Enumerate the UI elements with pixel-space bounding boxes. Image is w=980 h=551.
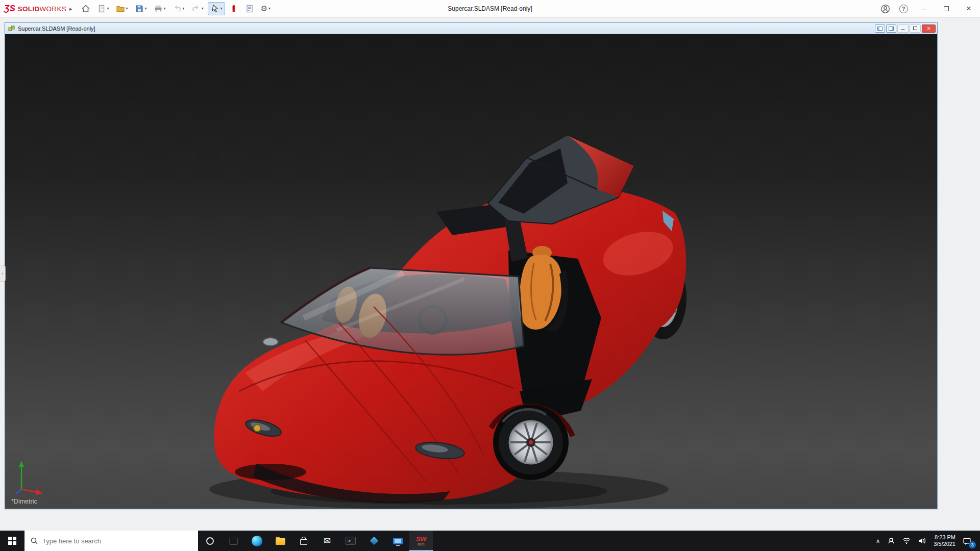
dropdown-caret[interactable]: ▾ bbox=[107, 7, 109, 11]
view-orientation-label: *Dimetric bbox=[11, 498, 37, 505]
cube-app-icon bbox=[370, 537, 379, 545]
monitor-app-button[interactable] bbox=[386, 531, 409, 551]
edge-icon bbox=[252, 536, 262, 546]
solidworks-taskbar-button[interactable]: SW 2021 bbox=[409, 531, 433, 551]
select-cursor-icon bbox=[210, 4, 219, 13]
solidworks-logo-mark: ƷS bbox=[4, 4, 15, 14]
home-button[interactable] bbox=[79, 2, 93, 15]
search-input[interactable] bbox=[42, 537, 192, 545]
pane-right-icon bbox=[889, 27, 894, 31]
pane-toggle-left-button[interactable] bbox=[875, 24, 885, 33]
select-tool-button[interactable]: ▾ bbox=[208, 2, 225, 15]
new-document-button[interactable]: ▾ bbox=[94, 2, 112, 15]
network-button[interactable] bbox=[899, 531, 914, 551]
pane-toggle-right-button[interactable] bbox=[886, 24, 896, 33]
dropdown-caret[interactable]: ▾ bbox=[145, 7, 147, 11]
cortana-icon bbox=[206, 537, 214, 545]
close-button[interactable]: × bbox=[958, 0, 980, 17]
graphics-viewport[interactable]: *Dimetric bbox=[5, 34, 937, 509]
dropdown-caret[interactable]: ▾ bbox=[183, 7, 185, 11]
wifi-icon bbox=[902, 537, 911, 545]
chevron-up-icon: ∧ bbox=[876, 538, 880, 544]
edge-button[interactable] bbox=[245, 531, 268, 551]
terminal-button[interactable]: >_ bbox=[339, 531, 362, 551]
dropdown-caret[interactable]: ▾ bbox=[220, 7, 223, 11]
task-view-button[interactable] bbox=[222, 531, 245, 551]
undo-icon bbox=[173, 4, 182, 13]
minimize-button[interactable]: – bbox=[913, 0, 935, 17]
start-button[interactable] bbox=[0, 531, 24, 551]
hidden-icons-button[interactable]: ∧ bbox=[872, 531, 884, 551]
dropdown-caret[interactable]: ▾ bbox=[268, 7, 271, 11]
menu-expand-arrow[interactable]: ▸ bbox=[69, 6, 72, 12]
file-properties-icon bbox=[245, 4, 254, 13]
task-view-icon bbox=[230, 538, 237, 544]
panel-collapse-tab[interactable]: ‹ bbox=[0, 265, 6, 282]
maximize-icon bbox=[944, 6, 949, 11]
document-title: Supercar.SLDASM [Read-only] bbox=[18, 26, 95, 32]
store-button[interactable] bbox=[292, 531, 315, 551]
document-titlebar[interactable]: Supercar.SLDASM [Read-only] – × bbox=[5, 23, 937, 34]
solidworks-app-icon: SW 2021 bbox=[416, 536, 426, 546]
action-center-button[interactable]: 3 bbox=[960, 531, 977, 551]
clock-date: 3/5/2021 bbox=[934, 541, 955, 547]
orientation-triad bbox=[13, 458, 46, 495]
supercar-model[interactable] bbox=[5, 34, 937, 509]
people-tray-button[interactable] bbox=[884, 531, 899, 551]
home-icon bbox=[81, 4, 90, 13]
window-title: Supercar.SLDASM [Read-only] bbox=[448, 5, 532, 12]
help-button[interactable]: ? bbox=[894, 0, 913, 17]
people-icon bbox=[887, 537, 895, 545]
dropdown-caret[interactable]: ▾ bbox=[202, 7, 204, 11]
redo-icon bbox=[191, 4, 201, 13]
sw-letters: SW bbox=[416, 536, 426, 542]
minimize-icon: – bbox=[922, 5, 926, 13]
search-icon bbox=[30, 537, 38, 545]
redo-button[interactable]: ▾ bbox=[189, 2, 206, 15]
assembly-icon bbox=[8, 25, 15, 32]
file-explorer-button[interactable] bbox=[268, 531, 292, 551]
screen: ƷS SOLIDWORKS ▸ ▾ ▾ ▾ ▾ bbox=[0, 0, 980, 551]
volume-icon bbox=[918, 537, 926, 545]
dropdown-caret[interactable]: ▾ bbox=[164, 7, 166, 11]
clock-time: 8:23 PM bbox=[934, 534, 955, 541]
document-close-button[interactable]: × bbox=[922, 24, 936, 33]
notification-badge: 3 bbox=[969, 541, 976, 548]
save-button[interactable]: ▾ bbox=[132, 2, 150, 15]
save-icon bbox=[135, 4, 144, 13]
close-icon: × bbox=[966, 4, 971, 14]
maximize-button[interactable] bbox=[935, 0, 958, 17]
volume-button[interactable] bbox=[914, 531, 929, 551]
gear-icon: ⚙ bbox=[261, 4, 267, 13]
rebuild-button[interactable] bbox=[227, 2, 241, 15]
store-icon bbox=[300, 539, 307, 545]
print-icon bbox=[154, 4, 163, 13]
sw-year: 2021 bbox=[418, 543, 425, 546]
doc-restore-icon bbox=[913, 27, 917, 30]
open-folder-icon bbox=[116, 4, 125, 13]
rebuild-icon bbox=[229, 4, 238, 13]
print-button[interactable]: ▾ bbox=[151, 2, 168, 15]
undo-button[interactable]: ▾ bbox=[170, 2, 187, 15]
mail-button[interactable]: ✉ bbox=[315, 531, 339, 551]
windows-logo-icon bbox=[8, 537, 16, 545]
file-properties-button[interactable] bbox=[242, 2, 257, 15]
cortana-button[interactable] bbox=[198, 531, 222, 551]
solidworks-logo: ƷS SOLIDWORKS bbox=[4, 4, 66, 14]
doc-close-icon: × bbox=[927, 25, 930, 32]
pane-left-icon bbox=[877, 27, 883, 31]
taskbar-clock[interactable]: 8:23 PM 3/5/2021 bbox=[929, 534, 960, 547]
dropdown-caret[interactable]: ▾ bbox=[126, 7, 128, 11]
terminal-icon: >_ bbox=[346, 537, 356, 545]
monitor-app-icon bbox=[393, 538, 403, 544]
cube-app-button[interactable] bbox=[362, 531, 386, 551]
solidworks-wordmark: SOLIDWORKS bbox=[18, 5, 66, 13]
titlebar-controls: ? – × bbox=[876, 0, 980, 17]
account-button[interactable] bbox=[876, 0, 894, 17]
document-restore-button[interactable] bbox=[910, 24, 921, 33]
app-titlebar: ƷS SOLIDWORKS ▸ ▾ ▾ ▾ ▾ bbox=[0, 0, 980, 18]
options-button[interactable]: ⚙ ▾ bbox=[258, 2, 273, 15]
taskbar-search[interactable] bbox=[24, 531, 198, 551]
open-button[interactable]: ▾ bbox=[113, 2, 131, 15]
document-minimize-button[interactable]: – bbox=[897, 24, 909, 33]
